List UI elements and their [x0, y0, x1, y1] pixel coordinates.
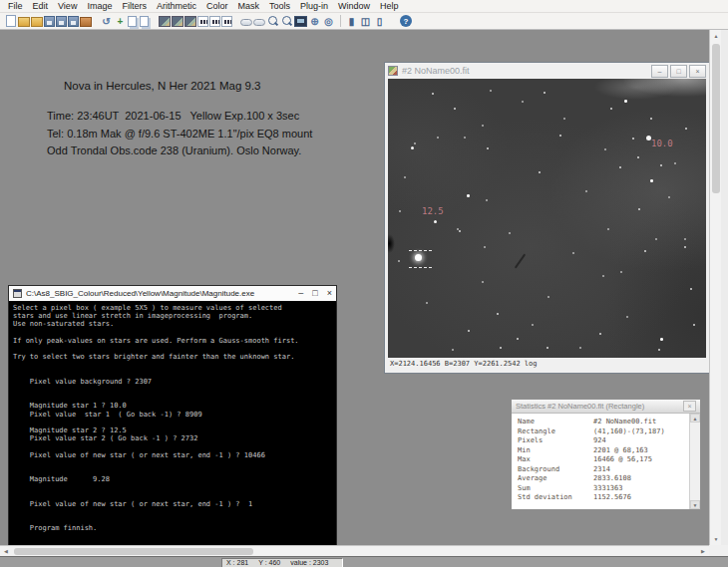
new-icon[interactable]: [6, 15, 16, 27]
minimize-icon[interactable]: –: [651, 65, 668, 78]
scroll-down-icon[interactable]: ▼: [711, 534, 721, 544]
console-line: [13, 442, 332, 450]
image-window[interactable]: #2 NoName00.fit – □ × 10.012.5 X=2124.16…: [385, 63, 709, 373]
console-line: [13, 361, 332, 369]
open-all-icon[interactable]: [31, 17, 43, 27]
star: [484, 246, 486, 248]
console-window[interactable]: C:\As8_SBIG_Colour\Reduced\Yellow\Magnit…: [8, 285, 337, 545]
menu-bar: FileEditViewImageFiltersArithmeticColorM…: [0, 0, 728, 13]
star: [468, 330, 470, 332]
help-icon[interactable]: ?: [400, 15, 412, 27]
star: [414, 142, 416, 144]
star-field[interactable]: 10.012.5: [388, 79, 706, 358]
contrast-minus-icon[interactable]: [240, 19, 252, 26]
stats-scrollbar[interactable]: ▲ ▼: [689, 414, 700, 509]
save-all-icon[interactable]: [68, 16, 79, 27]
color-balance-icon[interactable]: [184, 16, 196, 27]
auto-stretch-icon[interactable]: [172, 16, 183, 27]
menu-help[interactable]: Help: [375, 0, 404, 13]
close-icon[interactable]: ×: [689, 65, 706, 78]
negative-icon[interactable]: [159, 16, 171, 27]
star: [500, 347, 502, 349]
scroll-right-icon[interactable]: ▶: [698, 546, 708, 556]
star: [604, 148, 606, 150]
menu-image[interactable]: Image: [82, 0, 117, 13]
stats-row: Std deviation1152.5676: [518, 493, 700, 503]
star: [619, 166, 621, 168]
zoom-in-icon[interactable]: [266, 15, 279, 28]
close-icon[interactable]: ×: [327, 286, 332, 301]
scroll-up-icon[interactable]: ▲: [711, 31, 721, 41]
menu-tools[interactable]: Tools: [264, 0, 295, 13]
console-line: [13, 467, 332, 475]
tile-vertical-icon[interactable]: ▮: [345, 15, 358, 28]
star: [547, 296, 549, 298]
copy-icon[interactable]: [128, 16, 137, 27]
save-as-icon[interactable]: [56, 16, 67, 27]
maximize-icon[interactable]: □: [312, 286, 317, 301]
menu-window[interactable]: Window: [333, 0, 375, 13]
star: [579, 347, 581, 349]
horizontal-scrollbar[interactable]: ◀ ▶: [0, 545, 709, 556]
console-line: [13, 394, 332, 402]
undo-icon[interactable]: ↺: [100, 15, 113, 28]
image-window-statusbar: X=2124.16456 B=2307 Y=2261.2542 log: [388, 358, 706, 370]
menu-mask[interactable]: Mask: [232, 0, 264, 13]
close-folder-icon[interactable]: [80, 17, 92, 27]
star: [539, 171, 541, 173]
menu-edit[interactable]: Edit: [28, 0, 54, 13]
console-titlebar[interactable]: C:\As8_SBIG_Colour\Reduced\Yellow\Magnit…: [9, 286, 336, 301]
target-icon[interactable]: ◎: [322, 15, 335, 28]
contrast-plus-icon[interactable]: [253, 19, 265, 26]
stretch-low-icon[interactable]: [221, 16, 232, 27]
window-frame-right: [721, 30, 728, 545]
menu-file[interactable]: File: [3, 0, 28, 13]
menu-view[interactable]: View: [53, 0, 82, 13]
open-icon[interactable]: [18, 17, 30, 27]
add-image-icon[interactable]: +: [114, 15, 127, 28]
histogram-icon[interactable]: [197, 16, 208, 27]
star: [620, 271, 622, 273]
app-statusbar: X : 281Y : 460value : 2303: [0, 556, 728, 567]
scroll-up-icon[interactable]: ▲: [690, 414, 700, 423]
maximize-icon[interactable]: □: [670, 65, 687, 78]
scroll-down-icon[interactable]: ▼: [690, 500, 700, 509]
statistics-window[interactable]: Statistics #2 NoName00.fit (Rectangle) ×…: [511, 399, 701, 510]
console-line: [13, 492, 332, 500]
close-icon[interactable]: ×: [683, 401, 696, 412]
save-icon[interactable]: [44, 16, 55, 27]
vertical-scroll-thumb[interactable]: [712, 44, 720, 193]
vertical-scrollbar[interactable]: ▲ ▼: [709, 30, 721, 545]
status-segment: X : 281: [226, 559, 248, 567]
console-line: Pixel value of new star ( or next star, …: [13, 500, 332, 508]
menu-color[interactable]: Color: [201, 0, 233, 13]
cascade-icon[interactable]: ◫: [359, 15, 372, 28]
star: [482, 125, 484, 127]
console-body[interactable]: Select a pixel box ( example 5X5 ) to me…: [9, 301, 336, 545]
console-line: [13, 386, 332, 394]
star: [522, 101, 524, 103]
star: [655, 238, 657, 240]
statistics-titlebar[interactable]: Statistics #2 NoName00.fit (Rectangle) ×: [512, 400, 700, 414]
full-screen-icon[interactable]: [294, 16, 307, 27]
console-line: [13, 533, 332, 541]
minimize-icon[interactable]: –: [298, 286, 303, 301]
star: [650, 118, 652, 120]
image-window-titlebar[interactable]: #2 NoName00.fit – □ ×: [385, 63, 709, 79]
star: [658, 349, 660, 351]
menu-filters[interactable]: Filters: [117, 0, 152, 13]
horizontal-scroll-thumb[interactable]: [14, 548, 253, 555]
scroll-left-icon[interactable]: ◀: [1, 546, 11, 556]
tile-horizontal-icon[interactable]: ▯: [373, 15, 386, 28]
zoom-out-icon[interactable]: [280, 15, 293, 28]
image-window-title: #2 NoName00.fit: [402, 66, 649, 76]
console-line: [13, 419, 332, 426]
stretch-high-icon[interactable]: [209, 16, 220, 27]
paste-icon[interactable]: [140, 16, 149, 27]
menu-arithmetic[interactable]: Arithmetic: [152, 0, 201, 13]
menu-plugin[interactable]: Plug-in: [295, 0, 333, 13]
star: [487, 147, 489, 149]
star: [482, 281, 484, 283]
center-image-icon[interactable]: ⊕: [308, 15, 321, 28]
star: [632, 138, 634, 140]
